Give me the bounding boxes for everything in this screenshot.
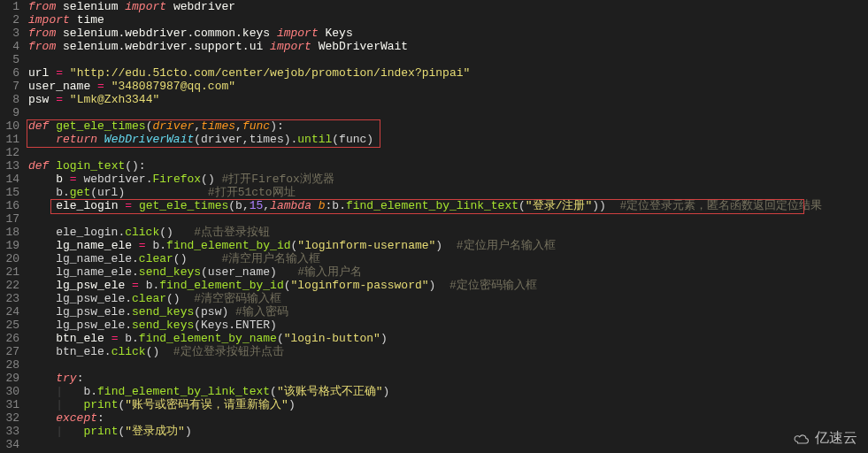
code-line[interactable]: lg_psw_ele = b.find_element_by_id("login…: [28, 279, 868, 292]
line-number: 20: [0, 252, 19, 265]
code-line[interactable]: [28, 53, 868, 66]
line-number: 3: [0, 27, 19, 40]
line-number: 29: [0, 372, 19, 385]
line-number-gutter: 1234567891011121314151617181920212223242…: [0, 0, 25, 453]
line-number: 15: [0, 186, 19, 199]
code-line[interactable]: from selenium.webdriver.common.keys impo…: [28, 27, 868, 40]
code-line[interactable]: btn_ele.click() #定位登录按钮并点击: [28, 345, 868, 358]
line-number: 32: [0, 411, 19, 425]
code-line[interactable]: def get_ele_times(driver,times,func):: [28, 119, 868, 133]
code-line[interactable]: | print("登录成功"): [28, 425, 868, 438]
code-line[interactable]: [28, 106, 868, 119]
code-editor[interactable]: 1234567891011121314151617181920212223242…: [0, 0, 868, 453]
code-line[interactable]: lg_psw_ele.send_keys(Keys.ENTER): [28, 319, 868, 332]
code-line[interactable]: from selenium import webdriver: [28, 0, 868, 13]
cloud-icon: [792, 433, 811, 445]
line-number: 16: [0, 199, 19, 212]
line-number: 14: [0, 173, 19, 186]
code-line[interactable]: lg_psw_ele.clear() #清空密码输入框: [28, 292, 868, 305]
line-number: 2: [0, 13, 19, 27]
line-number: 21: [0, 265, 19, 279]
line-number: 27: [0, 345, 19, 358]
code-line[interactable]: return WebDriverWait(driver,times).until…: [28, 133, 868, 146]
code-line[interactable]: [28, 146, 868, 159]
line-number: 24: [0, 305, 19, 319]
line-number: 13: [0, 159, 19, 173]
code-line[interactable]: ele_login = get_ele_times(b,15,lambda b:…: [28, 199, 868, 212]
code-area[interactable]: from selenium import webdriverimport tim…: [25, 0, 868, 453]
watermark-text: 亿速云: [815, 429, 857, 448]
code-line[interactable]: psw = "Lmk@Zxh3344": [28, 93, 868, 106]
code-line[interactable]: lg_name_ele = b.find_element_by_id("logi…: [28, 239, 868, 252]
line-number: 22: [0, 279, 19, 292]
code-line[interactable]: btn_ele = b.find_element_by_name("login-…: [28, 332, 868, 345]
code-line[interactable]: try:: [28, 372, 868, 385]
line-number: 33: [0, 425, 19, 438]
code-line[interactable]: b = webdriver.Firefox() #打开Firefox浏览器: [28, 173, 868, 186]
line-number: 11: [0, 133, 19, 146]
code-line[interactable]: import time: [28, 13, 868, 27]
code-line[interactable]: [28, 438, 868, 451]
code-line[interactable]: lg_name_ele.send_keys(user_name) #输入用户名: [28, 265, 868, 279]
code-line[interactable]: | b.find_element_by_link_text("该账号格式不正确"…: [28, 385, 868, 398]
code-line[interactable]: | print("账号或密码有误，请重新输入"): [28, 398, 868, 411]
line-number: 1: [0, 0, 19, 13]
line-number: 8: [0, 93, 19, 106]
line-number: 19: [0, 239, 19, 252]
code-line[interactable]: ele_login.click() #点击登录按钮: [28, 226, 868, 239]
line-number: 31: [0, 398, 19, 411]
code-line[interactable]: [28, 212, 868, 226]
line-number: 10: [0, 119, 19, 133]
line-number: 6: [0, 66, 19, 80]
line-number: 30: [0, 385, 19, 398]
code-line[interactable]: lg_psw_ele.send_keys(psw) #输入密码: [28, 305, 868, 319]
code-line[interactable]: user_name = "348087987@qq.com": [28, 80, 868, 93]
code-line[interactable]: lg_name_ele.clear() #清空用户名输入框: [28, 252, 868, 265]
line-number: 4: [0, 40, 19, 53]
code-line[interactable]: [28, 358, 868, 372]
code-line[interactable]: def login_text():: [28, 159, 868, 173]
line-number: 25: [0, 319, 19, 332]
line-number: 17: [0, 212, 19, 226]
code-line[interactable]: except:: [28, 411, 868, 425]
line-number: 5: [0, 53, 19, 66]
code-line[interactable]: b.get(url) #打开51cto网址: [28, 186, 868, 199]
line-number: 7: [0, 80, 19, 93]
line-number: 34: [0, 438, 19, 451]
watermark: 亿速云: [792, 429, 857, 448]
line-number: 28: [0, 358, 19, 372]
code-line[interactable]: from selenium.webdriver.support.ui impor…: [28, 40, 868, 53]
line-number: 9: [0, 106, 19, 119]
line-number: 18: [0, 226, 19, 239]
line-number: 26: [0, 332, 19, 345]
code-line[interactable]: url = "http://edu.51cto.com/center/wejob…: [28, 66, 868, 80]
line-number: 23: [0, 292, 19, 305]
line-number: 12: [0, 146, 19, 159]
